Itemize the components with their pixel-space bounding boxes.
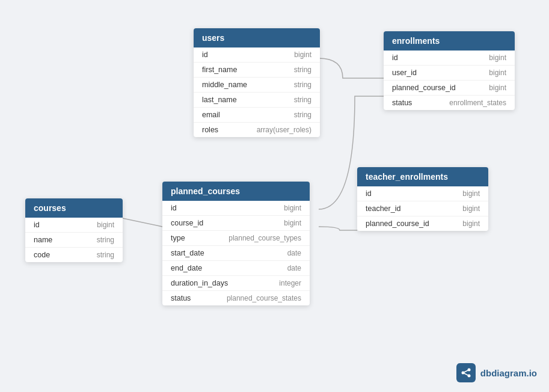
svg-line-3 xyxy=(463,370,469,373)
table-teacher-enrollments-title: teacher_enrollments xyxy=(366,172,448,182)
brand-badge: dbdiagram.io xyxy=(456,363,537,382)
table-planned-courses-title: planned_courses xyxy=(171,186,240,196)
brand-label: dbdiagram.io xyxy=(480,368,537,378)
table-enrollments: enrollments id bigint user_id bigint pla… xyxy=(384,31,515,110)
diagram-canvas: users id bigint first_name string middle… xyxy=(0,0,549,392)
table-row: email string xyxy=(194,108,320,123)
table-planned-courses-header: planned_courses xyxy=(162,182,310,201)
table-users-header: users xyxy=(194,28,320,47)
table-users: users id bigint first_name string middle… xyxy=(194,28,320,137)
table-row-duration: duration_in_days integer xyxy=(162,276,310,291)
table-teacher-enrollments-header: teacher_enrollments xyxy=(357,167,488,186)
brand-icon xyxy=(456,363,476,382)
table-row: id bigint xyxy=(357,186,488,201)
table-row: planned_course_id bigint xyxy=(357,216,488,231)
table-row: code string xyxy=(25,248,123,262)
table-row: planned_course_id bigint xyxy=(384,81,515,96)
table-row: end_date date xyxy=(162,261,310,276)
table-row: id bigint xyxy=(25,218,123,233)
table-enrollments-header: enrollments xyxy=(384,31,515,51)
table-users-title: users xyxy=(202,33,224,43)
svg-line-4 xyxy=(463,373,469,376)
table-row: id bigint xyxy=(162,201,310,216)
table-row: middle_name string xyxy=(194,78,320,93)
table-row: teacher_id bigint xyxy=(357,201,488,216)
table-enrollments-title: enrollments xyxy=(392,36,440,46)
table-teacher-enrollments: teacher_enrollments id bigint teacher_id… xyxy=(357,167,488,231)
table-row: type planned_course_types xyxy=(162,231,310,246)
table-row: first_name string xyxy=(194,63,320,78)
table-row: course_id bigint xyxy=(162,216,310,231)
table-courses-header: courses xyxy=(25,198,123,218)
table-row: user_id bigint xyxy=(384,66,515,81)
table-row: name string xyxy=(25,233,123,248)
table-row: start_date date xyxy=(162,246,310,261)
table-courses: courses id bigint name string code strin… xyxy=(25,198,123,262)
share-icon xyxy=(460,367,472,379)
table-courses-title: courses xyxy=(34,203,66,213)
table-planned-courses: planned_courses id bigint course_id bigi… xyxy=(162,182,310,305)
table-row: id bigint xyxy=(194,47,320,63)
table-row: last_name string xyxy=(194,93,320,108)
table-row: status planned_course_states xyxy=(162,291,310,305)
table-row: roles array(user_roles) xyxy=(194,123,320,137)
table-row: id bigint xyxy=(384,51,515,66)
table-row: status enrollment_states xyxy=(384,96,515,110)
